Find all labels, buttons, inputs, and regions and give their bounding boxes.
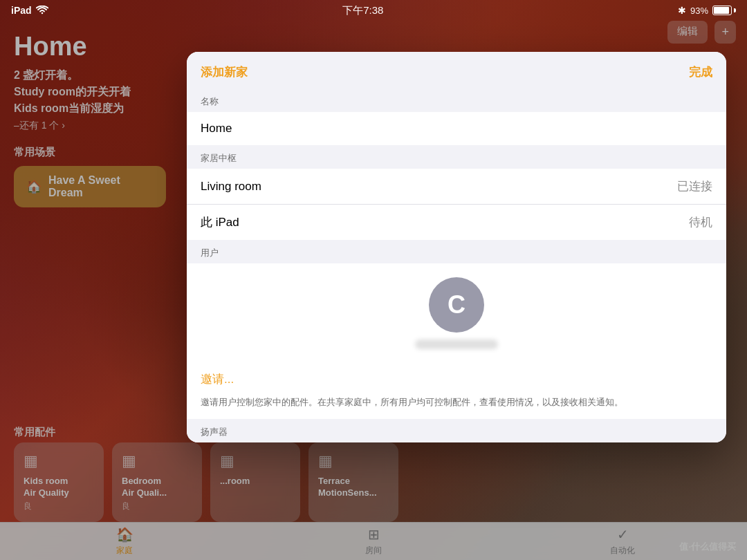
modal-speaker-label: 扬声器 — [187, 419, 726, 442]
modal-users-label: 用户 — [187, 241, 726, 263]
modal-done-button[interactable]: 完成 — [689, 64, 712, 80]
hub-status-0: 已连接 — [677, 178, 712, 194]
ipad-label: iPad — [11, 5, 32, 16]
battery-percent: 93% — [690, 6, 708, 16]
modal-hub-row-1[interactable]: 此 iPad 待机 — [187, 205, 726, 240]
modal-title: 添加新家 — [201, 64, 248, 80]
wifi-icon — [36, 6, 48, 15]
modal-hub-row-0[interactable]: Living room 已连接 — [187, 169, 726, 205]
modal-name-group — [187, 112, 726, 145]
bluetooth-icon: ✱ — [678, 5, 686, 16]
status-right: ✱ 93% — [678, 5, 736, 16]
modal-hub-label: 家居中枢 — [187, 147, 726, 169]
modal-add-home: 添加新家 完成 名称 家居中枢 Living room 已连接 此 iPad 待… — [187, 52, 726, 442]
user-avatar[interactable]: C — [429, 277, 484, 333]
hub-status-1: 待机 — [689, 214, 712, 230]
modal-user-section: C — [187, 263, 726, 363]
modal-invite-desc: 邀请用户控制您家中的配件。在共享家庭中，所有用户均可控制配件，查看使用情况，以及… — [187, 393, 726, 419]
battery-icon — [712, 6, 736, 15]
hub-name-1: 此 iPad — [201, 214, 239, 230]
user-name-blurred — [415, 339, 498, 349]
status-left: iPad — [11, 5, 48, 16]
status-bar: iPad 下午7:38 ✱ 93% — [0, 0, 747, 21]
status-time: 下午7:38 — [342, 4, 383, 17]
modal-hub-group: Living room 已连接 此 iPad 待机 — [187, 169, 726, 240]
modal-invite-link[interactable]: 邀请... — [187, 363, 726, 393]
modal-name-label: 名称 — [187, 90, 726, 112]
modal-header: 添加新家 完成 — [187, 52, 726, 90]
hub-name-0: Living room — [201, 180, 261, 194]
modal-name-input[interactable] — [187, 112, 726, 145]
